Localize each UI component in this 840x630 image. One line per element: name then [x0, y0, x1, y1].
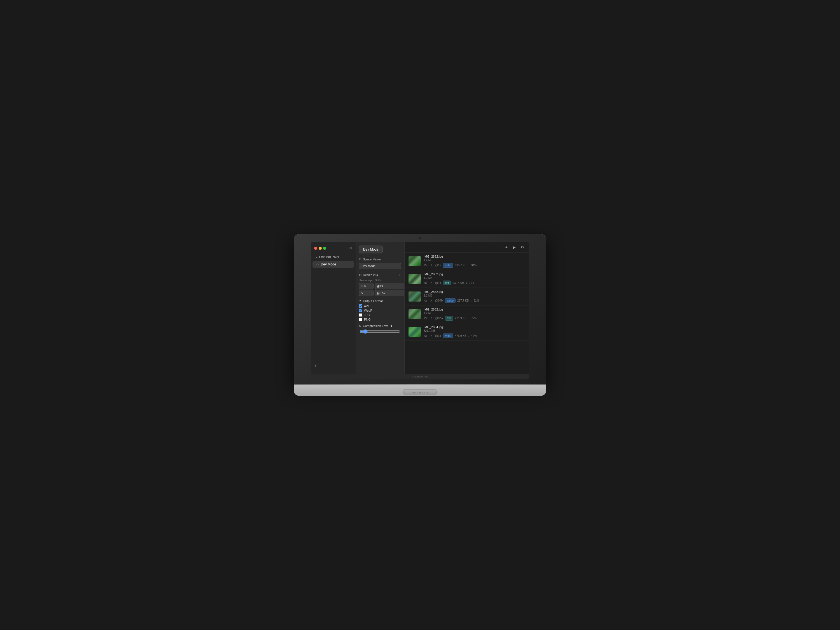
- format-png-row: PNG: [359, 318, 401, 321]
- format-webp-row: WebP: [359, 309, 401, 312]
- format-badge: webp: [445, 298, 456, 303]
- file-thumbnail: [409, 256, 421, 266]
- resize-add-button[interactable]: +: [399, 273, 401, 277]
- file-name: IMG_2882.jpg: [424, 272, 525, 276]
- format-avif-row: AVIF: [359, 304, 401, 308]
- file-scale: @1x: [435, 281, 441, 284]
- traffic-light-red[interactable]: [314, 247, 317, 250]
- file-info: IMG_2884.jpg 821.1 KB ⧉ ↗ @1x webp 476.9…: [424, 325, 525, 338]
- screen-bezel: ⚙ ● Original Pixel <> Dev Mode +: [294, 234, 546, 384]
- file-actions: ⧉ ↗ @0.5x webp 227.7 KB ↓ 81%: [424, 298, 525, 303]
- format-badge: webp: [443, 263, 453, 268]
- compression-label: ⊕ Compression Level 1: [359, 324, 401, 328]
- file-thumbnail: [409, 274, 421, 284]
- file-info: IMG_2882.jpg 1.2 MB ⧉ ↗ @0.5x avif 271.9…: [424, 308, 525, 321]
- resize-section-header: ⊡ Resize (%) +: [359, 273, 401, 277]
- resize-column-headers: Percentage Suffix: [359, 279, 401, 282]
- file-copy-button[interactable]: ⧉: [424, 298, 428, 303]
- format-jpg-row: JPG: [359, 313, 401, 317]
- format-jpg-label: JPG: [364, 313, 370, 317]
- file-name: IMG_2882.jpg: [424, 308, 525, 311]
- format-avif-label: AVIF: [364, 304, 371, 308]
- code-icon: <>: [316, 263, 319, 266]
- file-scale: @0.5x: [435, 299, 443, 302]
- file-copy-button[interactable]: ⧉: [424, 334, 428, 338]
- format-webp-label: WebP: [364, 309, 373, 312]
- space-name-input[interactable]: [359, 263, 401, 269]
- file-output-size: 227.7 KB: [457, 299, 469, 302]
- resize-suffix-2[interactable]: [375, 290, 404, 296]
- camera-notch: [419, 237, 421, 239]
- format-icon: ✦: [359, 299, 362, 303]
- file-actions: ⧉ ↗ @1x webp 815.7 KB ↓ 31%: [424, 263, 525, 268]
- file-export-button[interactable]: ↗: [429, 281, 433, 285]
- resize-percentage-1[interactable]: [359, 283, 374, 289]
- circle-icon: ●: [316, 256, 317, 259]
- file-reduction: 81%: [474, 299, 479, 302]
- format-png-checkbox[interactable]: [359, 318, 362, 321]
- resize-title: ⊡ Resize (%): [359, 273, 378, 277]
- file-item: IMG_2884.jpg 821.1 KB ⧉ ↗ @1x webp 476.9…: [404, 323, 529, 341]
- file-output-size: 815.7 KB: [455, 264, 466, 267]
- compression-slider[interactable]: [360, 329, 400, 334]
- file-size: 1.2 MB: [424, 312, 525, 315]
- file-scale: @1x: [435, 264, 441, 267]
- format-webp-checkbox[interactable]: [359, 309, 362, 312]
- file-actions: ⧉ ↗ @1x avif 939.4 KB ↓ 21%: [424, 281, 525, 285]
- space-icon: ⊞: [359, 257, 362, 261]
- compression-icon: ⊕: [359, 324, 362, 328]
- space-name-label: ⊞ Space Name: [359, 257, 401, 261]
- sidebar-add-button[interactable]: +: [311, 361, 355, 371]
- compression-section: ⊕ Compression Level 1: [359, 324, 401, 335]
- traffic-light-yellow[interactable]: [319, 247, 322, 250]
- file-item: IMG_2882.jpg 1.2 MB ⧉ ↗ @1x webp 815.7 K…: [404, 253, 529, 270]
- reduction-arrow: ↓: [468, 317, 470, 320]
- file-reduction: 21%: [469, 281, 474, 284]
- dev-mode-button[interactable]: Dev Mode: [359, 246, 383, 253]
- file-copy-button[interactable]: ⧉: [424, 263, 428, 267]
- resize-row-2: −: [359, 290, 401, 296]
- output-format-section: ✦ Output Format AVIF WebP: [359, 299, 401, 321]
- sidebar-item-original-pixel[interactable]: ● Original Pixel: [313, 254, 354, 261]
- file-export-button[interactable]: ↗: [429, 298, 433, 303]
- refresh-button[interactable]: ↺: [519, 245, 525, 250]
- file-size: 1.2 MB: [424, 259, 525, 262]
- file-output-size: 476.9 KB: [455, 334, 466, 337]
- file-name: IMG_2882.jpg: [424, 255, 525, 258]
- file-thumbnail: [409, 327, 421, 337]
- macbook-label: MacBook Pro: [412, 392, 428, 394]
- bottom-bar: MacBook Pro: [311, 374, 529, 379]
- file-actions: ⧉ ↗ @1x webp 476.9 KB ↓ 42%: [424, 333, 525, 338]
- file-export-button[interactable]: ↗: [429, 334, 433, 338]
- file-size: 1.2 MB: [424, 276, 525, 279]
- sidebar-item-label: Original Pixel: [319, 255, 339, 259]
- sidebar-item-dev-mode[interactable]: <> Dev Mode: [313, 261, 354, 268]
- file-copy-button[interactable]: ⧉: [424, 316, 428, 321]
- format-png-label: PNG: [364, 318, 371, 321]
- file-export-button[interactable]: ↗: [429, 316, 433, 321]
- file-thumbnail: [409, 292, 421, 302]
- reduction-arrow: ↓: [468, 264, 470, 267]
- main-content: Dev Mode ⊞ Space Name ⊡: [355, 242, 529, 374]
- resize-percentage-2[interactable]: [359, 290, 374, 296]
- file-info: IMG_2882.jpg 1.2 MB ⧉ ↗ @0.5x webp 227.7…: [424, 290, 525, 303]
- add-files-button[interactable]: +: [504, 245, 509, 250]
- format-avif-checkbox[interactable]: [359, 304, 362, 308]
- format-jpg-checkbox[interactable]: [359, 313, 362, 317]
- file-export-button[interactable]: ↗: [429, 263, 433, 267]
- settings-panel: Dev Mode ⊞ Space Name ⊡: [355, 242, 404, 374]
- file-output-size: 271.9 KB: [455, 317, 466, 320]
- run-button[interactable]: ▶: [512, 245, 517, 250]
- file-actions: ⧉ ↗ @0.5x avif 271.9 KB ↓ 77%: [424, 316, 525, 321]
- reduction-arrow: ↓: [471, 299, 472, 302]
- file-size: 1.2 MB: [424, 294, 525, 297]
- file-copy-button[interactable]: ⧉: [424, 281, 428, 285]
- files-list: IMG_2882.jpg 1.2 MB ⧉ ↗ @1x webp 815.7 K…: [404, 253, 529, 341]
- file-scale: @1x: [435, 334, 441, 337]
- traffic-light-green[interactable]: [323, 247, 326, 250]
- format-badge: webp: [443, 333, 453, 338]
- format-badge: avif: [443, 281, 451, 285]
- gear-icon[interactable]: ⚙: [349, 246, 352, 250]
- reduction-arrow: ↓: [468, 334, 470, 337]
- resize-suffix-1[interactable]: [375, 283, 404, 289]
